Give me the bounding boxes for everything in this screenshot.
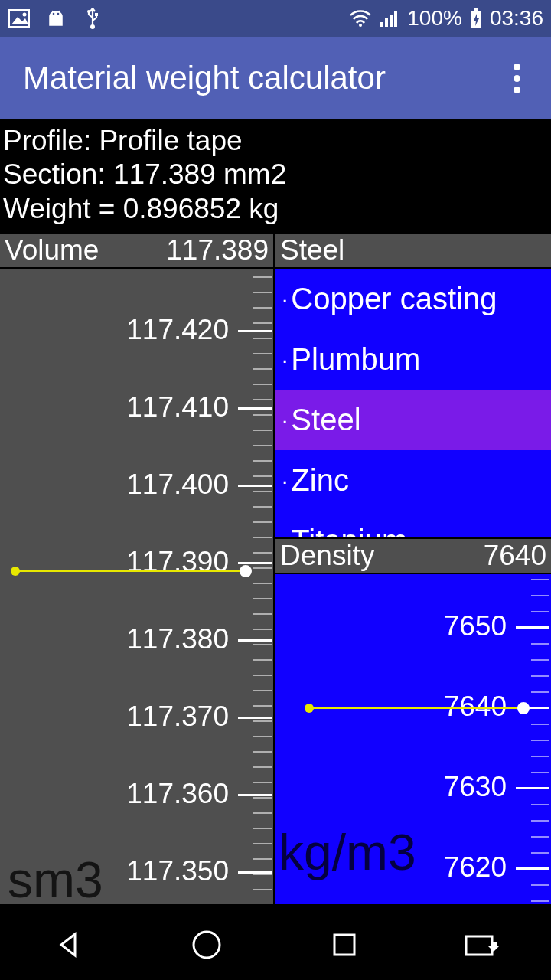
svg-rect-10 — [385, 18, 388, 27]
summary-panel: Profile: Profile tape Section: 117.389 m… — [0, 119, 551, 234]
material-item[interactable]: ·Titanium — [276, 511, 551, 537]
volume-label: Volume — [5, 234, 166, 266]
material-item-label: Zinc — [291, 463, 349, 498]
volume-header: Volume 117.389 — [0, 234, 273, 269]
density-indicator-dot-right — [517, 702, 530, 714]
picture-icon — [8, 9, 31, 28]
volume-tick-label: 117.400 — [126, 469, 229, 501]
svg-point-8 — [359, 24, 362, 27]
volume-current-value: 117.389 — [166, 234, 269, 266]
svg-point-3 — [53, 13, 55, 15]
svg-point-4 — [57, 13, 60, 15]
signal-icon — [378, 9, 401, 28]
material-list: Steel ·Copper casting·Plumbum·Steel·Zinc… — [276, 234, 551, 537]
material-item-label: Titanium — [291, 524, 407, 537]
svg-point-5 — [90, 24, 95, 29]
material-selected-label: Steel — [280, 234, 344, 266]
usb-icon — [81, 9, 104, 28]
weight-value: 0.896852 kg — [123, 193, 279, 224]
weight-line: Weight = 0.896852 kg — [3, 192, 548, 226]
volume-tick-label: 117.360 — [126, 778, 229, 810]
material-item[interactable]: ·Copper casting — [276, 269, 551, 329]
material-item[interactable]: ·Plumbum — [276, 329, 551, 390]
section-value: 117.389 mm2 — [113, 158, 286, 190]
section-label: Section: — [3, 158, 106, 190]
volume-tick-label: 117.370 — [126, 701, 229, 733]
density-tick-label: 7620 — [444, 851, 507, 884]
volume-tick-label: 117.350 — [126, 855, 229, 887]
profile-value: Profile tape — [99, 125, 242, 156]
volume-indicator-dot-left — [11, 567, 20, 576]
bullet-icon: · — [282, 347, 288, 373]
clock-time: 03:36 — [490, 6, 543, 31]
svg-point-16 — [194, 932, 220, 958]
home-button[interactable] — [184, 922, 230, 968]
bullet-icon: · — [282, 468, 288, 494]
right-column: Steel ·Copper casting·Plumbum·Steel·Zinc… — [276, 234, 551, 904]
volume-scale[interactable]: 117.420117.410117.400117.390117.380117.3… — [0, 269, 273, 904]
svg-rect-11 — [390, 15, 393, 27]
density-tick-label: 7650 — [444, 610, 507, 642]
battery-icon — [468, 9, 484, 28]
material-item-label: Steel — [291, 403, 360, 437]
density-header: Density 7640 — [276, 539, 551, 574]
svg-rect-12 — [394, 11, 397, 27]
svg-marker-1 — [11, 17, 28, 24]
density-tick-label: 7630 — [444, 771, 507, 803]
volume-panel: Volume 117.389 117.420117.410117.400117.… — [0, 234, 276, 904]
density-indicator-dot-left — [305, 704, 314, 713]
profile-label: Profile: — [3, 125, 91, 156]
density-tick-label: 7640 — [444, 691, 507, 723]
navigation-bar — [0, 910, 551, 980]
svg-rect-17 — [334, 935, 354, 955]
wifi-icon — [349, 9, 372, 28]
profile-line: Profile: Profile tape — [3, 124, 548, 158]
material-item-label: Plumbum — [291, 342, 420, 377]
material-item[interactable]: ·Steel — [276, 390, 551, 450]
density-panel: Density 7640 7650764076307620 kg/m3 — [276, 537, 551, 904]
volume-indicator-line — [11, 570, 250, 572]
volume-unit: sm3 — [8, 851, 103, 904]
volume-indicator-dot-right — [240, 565, 252, 577]
material-header: Steel — [276, 234, 551, 269]
status-bar: 100% 03:36 — [0, 0, 551, 37]
volume-tick-label: 117.380 — [126, 623, 229, 655]
density-unit: kg/m3 — [279, 823, 416, 881]
volume-tick-label: 117.410 — [126, 391, 229, 423]
density-current-value: 7640 — [484, 540, 546, 572]
app-bar: Material weight calculator — [0, 37, 551, 119]
svg-rect-6 — [95, 13, 98, 16]
weight-label: Weight = — [3, 193, 115, 224]
recent-apps-button[interactable] — [321, 922, 367, 968]
svg-point-2 — [23, 13, 27, 17]
material-item-label: Copper casting — [291, 282, 497, 316]
main-grid: Volume 117.389 117.420117.410117.400117.… — [0, 234, 551, 904]
bullet-icon: · — [282, 407, 288, 433]
density-label: Density — [280, 540, 484, 572]
density-scale[interactable]: 7650764076307620 kg/m3 — [276, 574, 551, 904]
back-button[interactable] — [46, 922, 92, 968]
overflow-menu-icon[interactable] — [514, 64, 528, 93]
material-item[interactable]: ·Zinc — [276, 450, 551, 511]
bullet-icon: · — [282, 286, 288, 312]
volume-tick-label: 117.420 — [126, 314, 229, 346]
svg-rect-14 — [474, 8, 478, 11]
app-title: Material weight calculator — [23, 60, 514, 96]
density-indicator-line — [306, 707, 523, 709]
svg-point-7 — [87, 10, 90, 13]
bullet-icon: · — [282, 528, 288, 537]
sim-switch-button[interactable] — [459, 922, 505, 968]
svg-rect-9 — [380, 22, 383, 27]
battery-percent: 100% — [407, 6, 462, 31]
section-line: Section: 117.389 mm2 — [3, 158, 548, 191]
volume-tick-label: 117.390 — [126, 546, 229, 578]
android-icon — [44, 9, 67, 28]
